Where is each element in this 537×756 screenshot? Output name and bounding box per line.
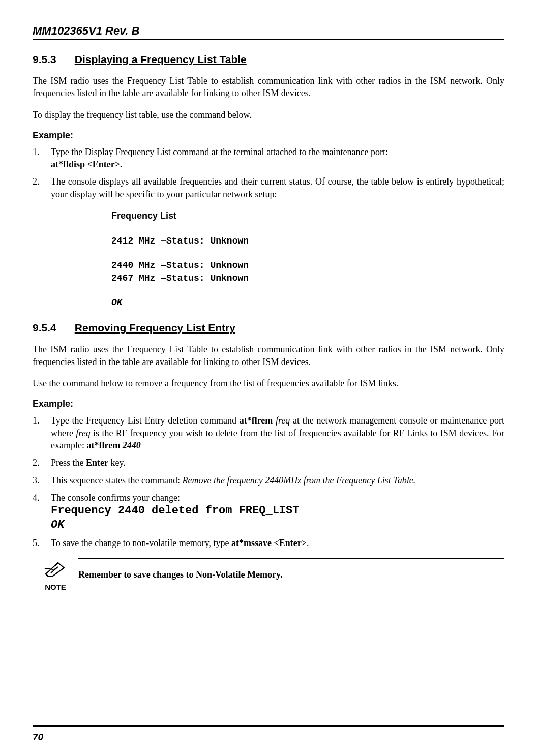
note-block: NOTE Remember to save changes to Non-Vol…: [33, 558, 504, 591]
command-text: at*flrem: [240, 415, 276, 426]
step-text: The console displays all available frequ…: [51, 176, 504, 199]
console-output: Frequency List 2412 MHz —Status: Unknown…: [111, 209, 504, 309]
page-number: 70: [33, 732, 43, 743]
step-text: Type the Display Frequency List command …: [51, 147, 388, 157]
note-icon-cell: NOTE: [33, 559, 78, 591]
footer-rule: [33, 725, 504, 727]
command-text: at*flrem: [86, 440, 122, 450]
doc-header: MM102365V1 Rev. B: [33, 24, 504, 38]
console-output: Frequency 2440 deleted from FREQ_LIST OK: [51, 504, 504, 532]
code-ok: OK: [51, 519, 64, 531]
step-fragment: .: [307, 538, 309, 548]
step-fragment: key.: [108, 458, 126, 468]
list-item: Type the Frequency List Entry deletion c…: [33, 414, 504, 451]
command-text: at*fldisp <Enter>.: [51, 159, 123, 169]
body-paragraph: The ISM radio uses the Frequency List Ta…: [33, 75, 504, 100]
list-item: This sequence states the command: Remove…: [33, 474, 504, 487]
section-title: Removing Frequency List Entry: [75, 322, 235, 334]
step-fragment: To save the change to non-volatile memor…: [51, 538, 231, 548]
key-name: Enter: [86, 458, 108, 468]
command-param: 2440: [123, 440, 141, 450]
note-text: Remember to save changes to Non-Volatile…: [78, 559, 504, 591]
list-item: Type the Display Frequency List command …: [33, 146, 504, 171]
section-number: 9.5.4: [33, 322, 56, 334]
body-paragraph: The ISM radio uses the Frequency List Ta…: [33, 343, 504, 368]
code-line: 2440 MHz —Status: Unknown: [111, 260, 249, 270]
list-item: The console displays all available frequ…: [33, 175, 504, 200]
section-954-heading: 9.5.4 Removing Frequency List Entry: [33, 322, 504, 334]
code-line: Frequency 2440 deleted from FREQ_LIST: [51, 504, 299, 517]
body-paragraph: To display the frequency list table, use…: [33, 109, 504, 121]
command-meaning: Remove the frequency 2440MHz from the Fr…: [182, 475, 415, 486]
body-paragraph: Use the command below to remove a freque…: [33, 377, 504, 389]
command-text: at*mssave <Enter>: [231, 538, 307, 548]
header-rule: [33, 39, 504, 40]
note-icon: [43, 559, 68, 581]
param-text: freq: [76, 428, 90, 438]
section-number: 9.5.3: [33, 53, 56, 66]
step-text: The console confirms your change:: [51, 493, 180, 503]
step-fragment: Press the: [51, 458, 86, 468]
list-item: The console confirms your change: Freque…: [33, 492, 504, 532]
list-item: To save the change to non-volatile memor…: [33, 537, 504, 549]
steps-list: Type the Frequency List Entry deletion c…: [33, 414, 504, 549]
section-953-heading: 9.5.3 Displaying a Frequency List Table: [33, 53, 504, 66]
section-title: Displaying a Frequency List Table: [75, 53, 247, 66]
steps-list: Type the Display Frequency List command …: [33, 146, 504, 200]
code-header: Frequency List: [111, 210, 176, 221]
note-label: NOTE: [45, 583, 66, 591]
param-text: freq: [276, 415, 290, 426]
step-fragment: This sequence states the command:: [51, 475, 182, 486]
list-item: Press the Enter key.: [33, 457, 504, 469]
code-line: 2412 MHz —Status: Unknown: [111, 236, 249, 246]
example-label: Example:: [33, 399, 504, 409]
code-line: 2467 MHz —Status: Unknown: [111, 273, 249, 283]
step-fragment: Type the Frequency List Entry deletion c…: [51, 415, 240, 426]
code-ok: OK: [111, 297, 123, 308]
example-label: Example:: [33, 130, 504, 141]
